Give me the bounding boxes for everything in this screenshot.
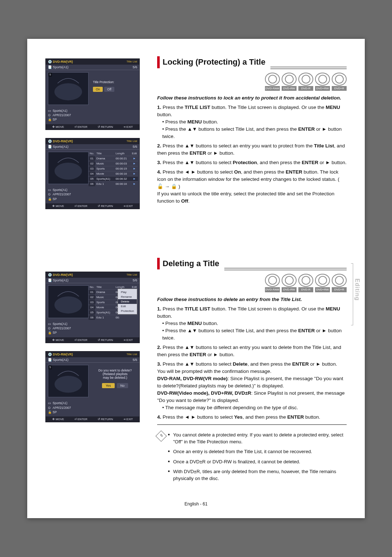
osd-list-screenshot: 💿 DVD-RW(VR)Title List 📑 Sports(A1)5/6 ▭… [45, 138, 140, 210]
osd-preview: 5 [48, 72, 89, 105]
disc-icon [332, 73, 347, 86]
screenshot-column: 💿 DVD-RW(VR)Title List 📑 Sports(A1)5/6 5… [45, 56, 143, 485]
protection-toggle: On Off [93, 87, 137, 92]
osd-confirm-screenshot: 💿 DVD-RW(VR)Title List 📑 Sports(A1)5/6 5… [45, 351, 140, 423]
disc-icon [282, 73, 297, 86]
locking-steps: 1. Press the TITLE LIST button. The Titl… [157, 104, 347, 205]
confirm-yes: Yes [102, 383, 115, 388]
note-item: Once a DVD±R or DVD-RW is finalized, it … [168, 458, 347, 465]
side-tab: Editing [354, 278, 360, 301]
side-tab-line [353, 263, 353, 325]
context-popup: Play Rename Delete Edit Protection [118, 289, 137, 314]
deleting-intro: Follow these instructions to delete an e… [157, 296, 347, 303]
disc-icon [315, 274, 330, 287]
disc-icon [298, 73, 313, 86]
osd-disc: DVD-RW(VR) [53, 60, 73, 64]
note-item: With DVD±R, titles are only deleted from… [168, 468, 347, 482]
note-box: ✎ You cannot delete a protected entry. I… [157, 431, 347, 485]
locking-intro: Follow these instructions to lock an ent… [157, 94, 347, 102]
disc-icon [265, 274, 280, 287]
confirm-no: No [117, 383, 128, 388]
title-list-table: No.TitleLengthEdit 01Drama00:00:21► 02Mu… [89, 151, 138, 186]
osd-protection-label: Title Protection: [93, 80, 137, 84]
confirm-buttons: Yes No [94, 383, 136, 388]
disc-icon [332, 274, 347, 287]
disc-icon [315, 73, 330, 86]
content-column: Locking (Protecting) a Title DVD-RAM DVD… [157, 56, 347, 485]
manual-page: 💿 DVD-RW(VR)Title List 📑 Sports(A1)5/6 5… [27, 39, 365, 518]
note-item: Once an entry is deleted from the Title … [168, 448, 347, 455]
deleting-heading: Deleting a Title [157, 258, 219, 270]
disc-icon [265, 73, 280, 86]
disc-icon [298, 274, 313, 287]
note-item: You cannot delete a protected entry. If … [168, 431, 347, 445]
protection-on: On [93, 87, 103, 92]
osd-protection-screenshot: 💿 DVD-RW(VR)Title List 📑 Sports(A1)5/6 5… [45, 58, 140, 130]
disc-compat-row: DVD-RAM DVD-RW DVD-R DVD+RW DVD+R [157, 274, 347, 292]
deleting-steps: 1. Press the TITLE LIST button. The Titl… [157, 305, 347, 421]
osd-popup-screenshot: 💿 DVD-RW(VR)Title List 📑 Sports(A1)5/6 ▭… [45, 272, 140, 343]
note-icon: ✎ [155, 430, 167, 442]
disc-compat-row: DVD-RAM DVD-RW DVD-R DVD+RW DVD+R [157, 73, 347, 91]
locking-heading: Locking (Protecting) a Title [157, 56, 265, 68]
page-footer: English - 61 [27, 501, 365, 507]
protection-off: Off [104, 87, 114, 92]
osd-screen: Title List [127, 60, 138, 64]
disc-icon [282, 274, 297, 287]
